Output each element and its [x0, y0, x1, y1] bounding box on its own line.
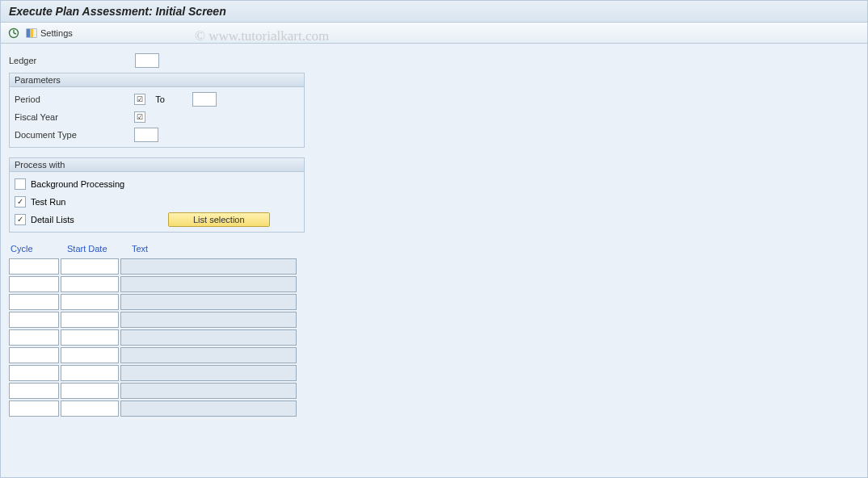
cycle-input[interactable]: [9, 347, 59, 363]
table-row: [9, 383, 859, 399]
text-input[interactable]: [120, 329, 297, 346]
ledger-input[interactable]: [135, 53, 159, 68]
table-row: [9, 365, 859, 381]
table-row: [9, 329, 859, 346]
text-input[interactable]: [120, 276, 297, 292]
svg-rect-5: [30, 29, 33, 37]
page-title: Execute Plan Assessment: Initial Screen: [1, 1, 867, 23]
cycle-input[interactable]: [9, 329, 59, 346]
content: Ledger Parameters Period ☑ To Fiscal Yea…: [1, 44, 867, 478]
parameters-group: Parameters Period ☑ To Fiscal Year ☑ Doc…: [9, 73, 305, 148]
start-date-input[interactable]: [61, 347, 119, 363]
col-text: Text: [132, 244, 301, 254]
start-date-input[interactable]: [61, 258, 119, 275]
cycle-input[interactable]: [9, 294, 59, 310]
list-selection-button[interactable]: List selection: [168, 212, 270, 227]
cycle-input[interactable]: [9, 383, 59, 399]
ledger-label: Ledger: [9, 56, 130, 65]
text-input[interactable]: [120, 400, 297, 417]
to-label: To: [145, 94, 175, 104]
cycle-input[interactable]: [9, 365, 59, 381]
period-required-icon: ☑: [134, 94, 145, 105]
cycle-input[interactable]: [9, 400, 59, 417]
background-processing-checkbox[interactable]: [15, 178, 26, 190]
start-date-input[interactable]: [61, 383, 119, 399]
table-row: [9, 258, 859, 275]
execute-icon[interactable]: [7, 27, 20, 40]
start-date-input[interactable]: [61, 276, 119, 292]
svg-rect-4: [27, 29, 30, 37]
text-input[interactable]: [120, 365, 297, 381]
cycle-input[interactable]: [9, 276, 59, 292]
detail-lists-checkbox[interactable]: [15, 214, 26, 225]
background-processing-label: Background Processing: [31, 179, 124, 189]
fiscal-year-label: Fiscal Year: [15, 112, 134, 122]
document-type-label: Document Type: [15, 130, 134, 140]
text-input[interactable]: [120, 294, 297, 310]
parameters-title: Parameters: [10, 73, 304, 87]
text-input[interactable]: [120, 312, 297, 328]
svg-rect-6: [33, 29, 36, 37]
period-label: Period: [15, 94, 134, 104]
process-group: Process with Background Processing Test …: [9, 157, 305, 233]
toolbar: Settings: [1, 23, 867, 44]
fiscal-year-required-icon: ☑: [134, 111, 145, 123]
test-run-label: Test Run: [31, 197, 65, 207]
table-row: [9, 312, 859, 328]
start-date-input[interactable]: [61, 400, 119, 417]
settings-button[interactable]: Settings: [25, 27, 73, 40]
table-row: [9, 400, 859, 417]
cycle-input[interactable]: [9, 312, 59, 328]
process-title: Process with: [10, 158, 304, 172]
table-row: [9, 276, 859, 292]
start-date-input[interactable]: [61, 312, 119, 328]
svg-line-2: [14, 33, 16, 34]
table-row: [9, 294, 859, 310]
settings-icon: [25, 27, 38, 40]
col-cycle: Cycle: [11, 244, 61, 254]
test-run-checkbox[interactable]: [15, 196, 26, 208]
start-date-input[interactable]: [61, 294, 119, 310]
cycle-input[interactable]: [9, 258, 59, 275]
detail-lists-label: Detail Lists: [31, 215, 168, 224]
table-row: [9, 347, 859, 363]
start-date-input[interactable]: [61, 329, 119, 346]
text-input[interactable]: [120, 383, 297, 399]
cycle-table: Cycle Start Date Text: [9, 244, 859, 417]
start-date-input[interactable]: [61, 365, 119, 381]
text-input[interactable]: [120, 347, 297, 363]
settings-label: Settings: [40, 28, 73, 38]
text-input[interactable]: [120, 258, 297, 275]
period-to-input[interactable]: [192, 92, 217, 107]
document-type-input[interactable]: [134, 128, 158, 142]
col-start-date: Start Date: [67, 244, 125, 254]
